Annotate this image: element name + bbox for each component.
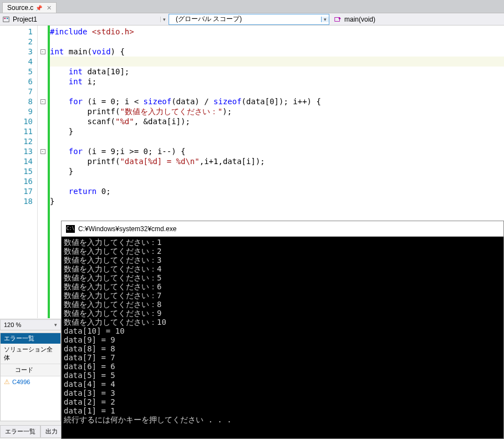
line-number: 15 [0, 166, 37, 176]
line-number-gutter: 123456789101112131415161718 [0, 25, 38, 318]
scope-name: (グローバル スコープ) [174, 14, 244, 24]
tab-error-list[interactable]: エラー一覧 [0, 425, 40, 438]
console-output[interactable]: 数値を入力してください：1 数値を入力してください：2 数値を入力してください：… [62, 237, 503, 438]
fold-toggle-icon[interactable]: - [40, 49, 45, 54]
warning-icon: ⚠ [4, 378, 10, 386]
project-icon [2, 15, 11, 24]
tab-filename: Source.c [7, 4, 33, 12]
line-number: 3 [0, 47, 37, 57]
line-number: 5 [0, 67, 37, 76]
code-line[interactable]: int data[10]; [50, 67, 504, 76]
zoom-control[interactable]: 120 % ▾ [0, 319, 61, 330]
line-number: 6 [0, 76, 37, 86]
output-tabs: エラー一覧 出力 [0, 425, 63, 438]
line-number: 1 [0, 27, 37, 37]
error-list-panel: エラー一覧 ソリューション全体 コード ⚠ C4996 [0, 333, 61, 421]
code-line[interactable]: #include <stdio.h> [50, 27, 504, 37]
code-line[interactable] [50, 136, 504, 146]
function-icon [333, 15, 342, 24]
zoom-value: 120 % [4, 321, 21, 328]
line-number: 17 [0, 186, 37, 196]
cmd-icon: C:\ [66, 225, 75, 233]
line-number: 8 [0, 96, 37, 106]
error-column-header: コード [1, 364, 60, 376]
code-line[interactable] [50, 57, 504, 67]
line-number: 2 [0, 37, 37, 47]
code-line[interactable]: for (i = 9;i >= 0; i--) { [50, 146, 504, 156]
error-list-title: エラー一覧 [1, 333, 60, 344]
console-title-text: C:¥Windows¥system32¥cmd.exe [78, 225, 176, 233]
code-line[interactable] [50, 176, 504, 186]
chevron-down-icon: ▾ [321, 17, 329, 22]
fold-toggle-icon[interactable]: - [40, 149, 45, 154]
svg-point-4 [339, 17, 341, 19]
line-number: 14 [0, 156, 37, 166]
error-row[interactable]: ⚠ C4996 [1, 376, 60, 387]
code-line[interactable]: } [50, 166, 504, 176]
svg-rect-0 [3, 17, 9, 22]
tab-output[interactable]: 出力 [40, 425, 63, 438]
code-line[interactable] [50, 37, 504, 47]
line-number: 9 [0, 106, 37, 116]
error-code: C4996 [12, 379, 30, 385]
console-titlebar[interactable]: C:\ C:¥Windows¥system32¥cmd.exe [62, 221, 503, 237]
pin-icon[interactable]: 📌 [35, 5, 42, 11]
console-window: C:\ C:¥Windows¥system32¥cmd.exe 数値を入力してく… [61, 221, 504, 439]
fold-column[interactable]: --- [38, 25, 48, 318]
code-line[interactable]: return 0; [50, 186, 504, 196]
scope-dropdown[interactable]: (グローバル スコープ) ▾ [169, 14, 329, 25]
line-number: 4 [0, 57, 37, 67]
code-line[interactable]: int main(void) { [50, 47, 504, 57]
chevron-down-icon: ▾ [160, 17, 168, 22]
fold-toggle-icon[interactable]: - [40, 99, 45, 104]
code-line[interactable]: printf("数値を入力してください："); [50, 106, 504, 116]
document-tab[interactable]: Source.c 📌 ✕ [2, 2, 57, 13]
close-icon[interactable]: ✕ [47, 4, 52, 12]
line-number: 11 [0, 126, 37, 136]
line-number: 18 [0, 196, 37, 206]
function-name: main(void) [342, 16, 378, 23]
chevron-down-icon: ▾ [54, 322, 57, 328]
svg-rect-1 [4, 18, 6, 19]
line-number: 13 [0, 146, 37, 156]
line-number: 7 [0, 86, 37, 96]
line-number: 16 [0, 176, 37, 186]
document-tab-bar: Source.c 📌 ✕ [0, 0, 504, 13]
navigation-bar: Project1 ▾ (グローバル スコープ) ▾ main(void) [0, 13, 504, 25]
function-dropdown[interactable]: main(void) [329, 14, 504, 25]
code-line[interactable]: } [50, 196, 504, 206]
code-line[interactable] [50, 86, 504, 96]
code-line[interactable]: for (i = 0; i < sizeof(data) / sizeof(da… [50, 96, 504, 106]
svg-rect-2 [7, 18, 8, 19]
code-column-label: コード [15, 366, 33, 374]
line-number: 10 [0, 116, 37, 126]
project-name: Project1 [11, 16, 39, 23]
code-line[interactable]: } [50, 126, 504, 136]
code-line[interactable]: scanf("%d", &data[i]); [50, 116, 504, 126]
error-scope-dropdown[interactable]: ソリューション全体 [1, 344, 60, 364]
code-line[interactable]: printf("data[%d] = %d\n",i+1,data[i]); [50, 156, 504, 166]
code-line[interactable]: int i; [50, 76, 504, 86]
project-dropdown[interactable]: Project1 ▾ [0, 14, 169, 25]
line-number: 12 [0, 136, 37, 146]
